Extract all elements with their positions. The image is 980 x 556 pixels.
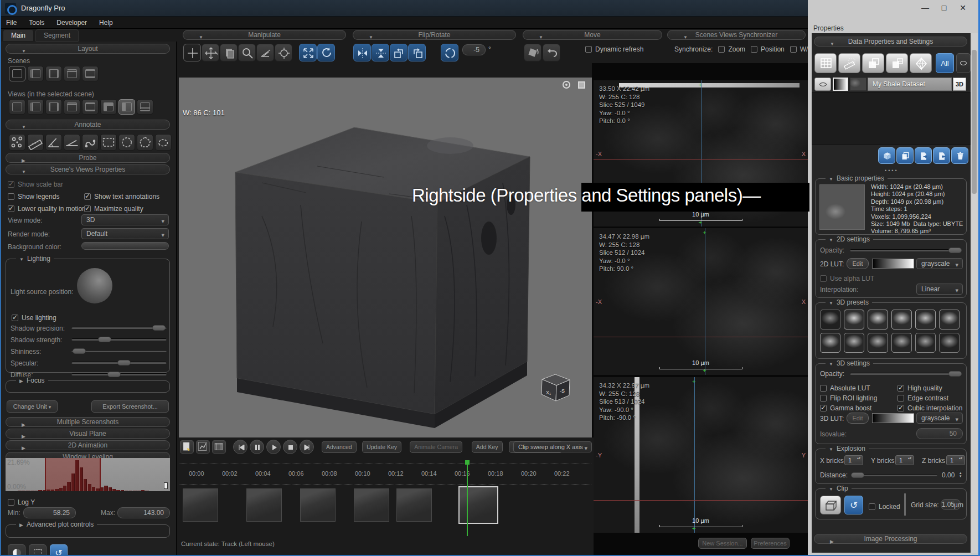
crosshair-horizontal-line[interactable] bbox=[594, 500, 808, 501]
preset-thumbnail-5[interactable] bbox=[915, 310, 936, 330]
y-bricks-spinner[interactable]: 1 bbox=[895, 455, 914, 465]
region-select-button[interactable] bbox=[29, 544, 47, 556]
probe-section-header[interactable]: ▶Probe bbox=[6, 153, 170, 163]
toolbar-group-move[interactable]: ▼Move bbox=[523, 30, 662, 40]
view-layout-button-6[interactable] bbox=[100, 99, 117, 115]
update-key-button[interactable]: Update Key bbox=[362, 441, 401, 453]
preset-thumbnail-1[interactable] bbox=[820, 310, 840, 330]
dashed-rect-annotate-button[interactable] bbox=[100, 134, 117, 151]
distance-spinner[interactable]: ▴▾ bbox=[960, 471, 962, 478]
add-key-button[interactable]: Add Key bbox=[472, 441, 503, 453]
ruler-annotate-button[interactable] bbox=[27, 134, 44, 151]
3d-lut-edit-button[interactable]: Edit bbox=[847, 413, 869, 424]
layers-grid-button[interactable] bbox=[886, 53, 908, 73]
export-screenshot-button[interactable]: Export Screenshot... bbox=[91, 400, 169, 413]
trash-button[interactable] bbox=[951, 147, 968, 164]
key-chart-button[interactable] bbox=[196, 440, 210, 454]
data-properties-header[interactable]: ▼Data Properties and Settings bbox=[814, 37, 967, 47]
octahedron-button[interactable] bbox=[910, 53, 932, 73]
slice-view-3[interactable]: 34.32 X 22.97 µmW: 255 C: 128Slice 513 /… bbox=[594, 377, 808, 533]
distance-value[interactable]: 0.00 bbox=[942, 471, 955, 479]
keyframe-thumbnail-4[interactable] bbox=[354, 488, 389, 522]
preset-thumbnail-3[interactable] bbox=[868, 310, 888, 330]
log-y-checkbox[interactable]: Log Y bbox=[8, 497, 35, 507]
view-layout-button-2[interactable] bbox=[27, 99, 44, 115]
lower-quality-in-motion-checkbox[interactable]: Lower quality in motion bbox=[8, 203, 86, 213]
sync-zoom-checkbox[interactable]: Zoom bbox=[718, 45, 745, 53]
import-file-button[interactable] bbox=[933, 147, 950, 164]
high-quality-checkbox[interactable]: High quality bbox=[898, 383, 942, 393]
reset-rotate-button[interactable] bbox=[317, 44, 335, 61]
isovalue-input[interactable]: 50 bbox=[916, 428, 963, 439]
rotate-plane-button[interactable] bbox=[524, 44, 541, 61]
slider-handle[interactable] bbox=[98, 337, 111, 342]
animate-camera-button[interactable]: Animate Camera bbox=[410, 441, 462, 453]
keyframe-thumbnail-5[interactable] bbox=[396, 488, 432, 522]
freehand-annotate-button[interactable] bbox=[155, 134, 172, 151]
maximize-button[interactable]: □ bbox=[935, 3, 953, 12]
z-bricks-spinner[interactable]: 1 bbox=[946, 455, 965, 465]
path-annotate-button[interactable] bbox=[82, 134, 99, 151]
film-button[interactable] bbox=[212, 440, 226, 454]
diffuse-slider[interactable] bbox=[71, 370, 167, 378]
shadow-strength-slider[interactable] bbox=[71, 336, 167, 343]
preferences-button[interactable]: Preferences bbox=[751, 538, 790, 549]
axis-gizmo-cube[interactable]: X₁ -S bbox=[539, 372, 573, 405]
ruler-select-button[interactable] bbox=[838, 53, 860, 73]
show-legends-checkbox[interactable]: Show legends bbox=[8, 191, 59, 201]
keyframe-thumbnail-3[interactable] bbox=[300, 488, 336, 522]
toolbar-group-manipulate[interactable]: ▼Manipulate bbox=[183, 30, 346, 40]
scene-layout-button-1[interactable] bbox=[9, 66, 25, 81]
flip-horizontal-button[interactable] bbox=[353, 44, 371, 61]
tab-main[interactable]: Main bbox=[3, 30, 33, 41]
splitter-dots[interactable]: •••• bbox=[885, 168, 899, 173]
keyframe-thumbnail-2[interactable] bbox=[246, 488, 282, 522]
slice-view-2[interactable]: 34.47 X 22.98 µmW: 255 C: 128Slice 512 /… bbox=[594, 228, 808, 375]
grid-button[interactable] bbox=[814, 53, 837, 73]
toolbar-group-flip-rotate[interactable]: ▼Flip/Rotate bbox=[353, 30, 516, 40]
menu-developer[interactable]: Developer bbox=[50, 17, 93, 29]
dataset-list-empty-area[interactable] bbox=[812, 92, 971, 145]
close-button[interactable]: ✕ bbox=[953, 3, 972, 12]
timeline-playhead[interactable] bbox=[467, 462, 468, 536]
view-layout-button-5[interactable] bbox=[82, 99, 99, 115]
dashed-polygon-annotate-button[interactable] bbox=[137, 134, 153, 151]
section-visual-plane[interactable]: ▶Visual Plane bbox=[6, 429, 170, 439]
advanced-plot-controls-group[interactable]: ▶Advanced plot controls bbox=[6, 524, 170, 538]
dataset-row[interactable]: My Shale Dataset 3D bbox=[814, 78, 969, 91]
preset-thumbnail-7[interactable] bbox=[820, 333, 840, 353]
invert-contrast-button[interactable] bbox=[8, 544, 25, 556]
scene-layout-button-4[interactable] bbox=[64, 66, 80, 81]
dataset-lut-thumbnail[interactable] bbox=[833, 78, 848, 91]
crosshair-button[interactable] bbox=[183, 44, 201, 61]
expand-button[interactable] bbox=[299, 44, 317, 61]
new-session-button[interactable]: New Session... bbox=[698, 538, 747, 549]
2d-lut-gradient[interactable] bbox=[872, 259, 914, 269]
keyframe-thumbnail-1[interactable] bbox=[183, 488, 218, 522]
x-bricks-spinner[interactable]: 1 bbox=[844, 455, 863, 465]
specular-slider[interactable] bbox=[71, 359, 167, 367]
dashed-circle-annotate-button[interactable] bbox=[118, 134, 135, 151]
duplicate-button[interactable] bbox=[896, 147, 914, 164]
points-annotate-button[interactable] bbox=[9, 134, 25, 151]
cube-3d-button[interactable] bbox=[878, 147, 895, 164]
layout-section-header[interactable]: ▼Layout bbox=[6, 44, 170, 54]
scene-layout-button-3[interactable] bbox=[45, 66, 62, 81]
2d-lut-edit-button[interactable]: Edit bbox=[847, 258, 869, 269]
sync-position-checkbox[interactable]: Position bbox=[751, 45, 785, 53]
light-source-sphere[interactable] bbox=[77, 268, 112, 303]
pan-button[interactable] bbox=[202, 44, 219, 61]
dataset-image-thumbnail[interactable] bbox=[850, 78, 866, 91]
dataset-visibility-toggle[interactable] bbox=[814, 78, 831, 91]
keyframe-thumbnail-6[interactable] bbox=[458, 486, 498, 524]
3d-opacity-slider[interactable] bbox=[850, 370, 962, 378]
skip-end-button[interactable] bbox=[300, 440, 314, 454]
change-unit-button[interactable]: Change Unit ▾ bbox=[7, 400, 58, 413]
snapshot-icon[interactable] bbox=[563, 81, 570, 89]
preset-thumbnail-9[interactable] bbox=[868, 333, 888, 353]
gamma-boost-checkbox[interactable]: Gamma boost bbox=[820, 403, 871, 413]
edge-contrast-checkbox[interactable]: Edge contrast bbox=[898, 393, 948, 403]
show-text-annotations-checkbox[interactable]: Show text annotations bbox=[84, 191, 159, 201]
cubic-interpolation-checkbox[interactable]: Cubic interpolation bbox=[898, 403, 962, 413]
show-all-button[interactable]: All bbox=[936, 53, 954, 73]
